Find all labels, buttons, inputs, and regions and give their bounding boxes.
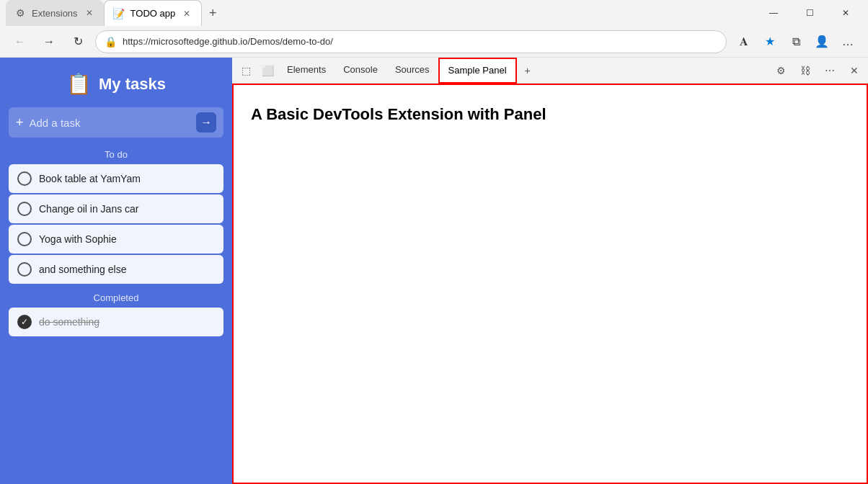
window-controls: — ☐ ✕ <box>757 0 862 26</box>
devtools-inspect-button[interactable]: ⬚ <box>235 60 257 81</box>
maximize-button[interactable]: ☐ <box>793 0 826 26</box>
task-checkbox-1[interactable] <box>17 171 32 186</box>
tab-elements[interactable]: Elements <box>278 58 335 84</box>
add-task-plus-icon: + <box>16 115 24 130</box>
task-item-4[interactable]: and something else <box>9 255 223 284</box>
task-checkbox-2[interactable] <box>17 202 32 216</box>
completed-section-label: Completed <box>0 292 232 303</box>
tab-todo[interactable]: 📝 TODO app ✕ <box>104 0 203 26</box>
title-bar: ⚙ Extensions ✕ 📝 TODO app ✕ + — ☐ ✕ <box>0 0 868 26</box>
back-button[interactable]: ← <box>9 30 32 53</box>
url-text: https://microsoftedge.github.io/Demos/de… <box>123 36 717 47</box>
devtools-tabs-bar: ⬚ ⬜ Elements Console Sources Sample Pane… <box>232 58 868 84</box>
todo-sidebar: 📋 My tasks + → To do Book table at YamYa… <box>0 58 232 484</box>
task-text-1: Book table at YamYam <box>39 173 141 184</box>
devtools-close-button[interactable]: ✕ <box>843 60 865 81</box>
todo-section-label: To do <box>0 149 232 160</box>
minimize-button[interactable]: — <box>757 0 790 26</box>
todo-app-title: My tasks <box>99 75 166 94</box>
devtools-device-button[interactable]: ⬜ <box>257 60 278 81</box>
devtools-more-button[interactable]: ⋯ <box>819 60 841 81</box>
task-checkbox-3[interactable] <box>17 232 32 246</box>
task-item-2[interactable]: Change oil in Jans car <box>9 194 223 223</box>
task-text-4: and something else <box>39 264 126 275</box>
todo-task-list: Book table at YamYam Change oil in Jans … <box>0 164 232 284</box>
devtools-panel-heading: A Basic DevTools Extension with Panel <box>251 105 849 124</box>
devtools-remote-button[interactable]: ⛓ <box>794 60 816 81</box>
tab-extensions[interactable]: ⚙ Extensions ✕ <box>6 0 104 26</box>
devtools-toolbar-right: ⚙ ⛓ ⋯ ✕ <box>770 60 865 81</box>
task-item-3[interactable]: Yoga with Sophie <box>9 225 223 254</box>
url-bar[interactable]: 🔒 https://microsoftedge.github.io/Demos/… <box>95 30 727 53</box>
devtools-settings-button[interactable]: ⚙ <box>770 60 792 81</box>
tab-todo-label: TODO app <box>130 8 176 19</box>
forward-button[interactable]: → <box>37 30 61 53</box>
todo-tab-icon: 📝 <box>113 8 125 19</box>
task-text-3: Yoga with Sophie <box>39 233 117 245</box>
address-bar: ← → ↻ 🔒 https://microsoftedge.github.io/… <box>0 26 868 58</box>
more-button[interactable]: … <box>836 30 859 53</box>
task-item-1[interactable]: Book table at YamYam <box>9 164 223 193</box>
collections-button[interactable]: ⧉ <box>784 30 807 53</box>
tab-extensions-label: Extensions <box>32 8 78 19</box>
add-task-input[interactable] <box>30 117 190 129</box>
new-tab-button[interactable]: + <box>202 2 223 24</box>
task-checkbox-4[interactable] <box>17 262 32 277</box>
add-task-submit[interactable]: → <box>196 112 216 133</box>
lock-icon: 🔒 <box>105 36 117 48</box>
profile-button[interactable]: 👤 <box>810 30 833 53</box>
completed-task-list: ✓ do something <box>0 308 232 336</box>
tab-extensions-close[interactable]: ✕ <box>84 7 95 19</box>
task-text-2: Change oil in Jans car <box>39 203 139 215</box>
tab-console[interactable]: Console <box>335 58 386 84</box>
task-checkbox-5[interactable]: ✓ <box>17 315 32 329</box>
main-area: 📋 My tasks + → To do Book table at YamYa… <box>0 58 868 484</box>
favorites-button[interactable]: ★ <box>758 30 781 53</box>
devtools-panel: ⬚ ⬜ Elements Console Sources Sample Pane… <box>232 58 868 484</box>
close-window-button[interactable]: ✕ <box>829 0 862 26</box>
task-text-5: do something <box>39 316 99 328</box>
tab-sources[interactable]: Sources <box>386 58 438 84</box>
devtools-add-tab-button[interactable]: + <box>517 60 539 81</box>
add-task-bar[interactable]: + → <box>9 107 223 138</box>
tab-sample-panel[interactable]: Sample Panel <box>438 58 517 84</box>
refresh-button[interactable]: ↻ <box>66 30 89 53</box>
browser-window: ⚙ Extensions ✕ 📝 TODO app ✕ + — ☐ ✕ ← → … <box>0 0 868 484</box>
devtools-content: A Basic DevTools Extension with Panel <box>232 84 868 484</box>
toolbar-right: 𝐀 ★ ⧉ 👤 … <box>732 30 859 53</box>
todo-header: 📋 My tasks <box>0 58 232 107</box>
tab-todo-close[interactable]: ✕ <box>181 8 192 19</box>
read-aloud-button[interactable]: 𝐀 <box>732 30 756 53</box>
task-item-5[interactable]: ✓ do something <box>9 308 223 336</box>
todo-app-icon: 📋 <box>66 72 92 96</box>
extensions-tab-icon: ⚙ <box>14 7 26 19</box>
